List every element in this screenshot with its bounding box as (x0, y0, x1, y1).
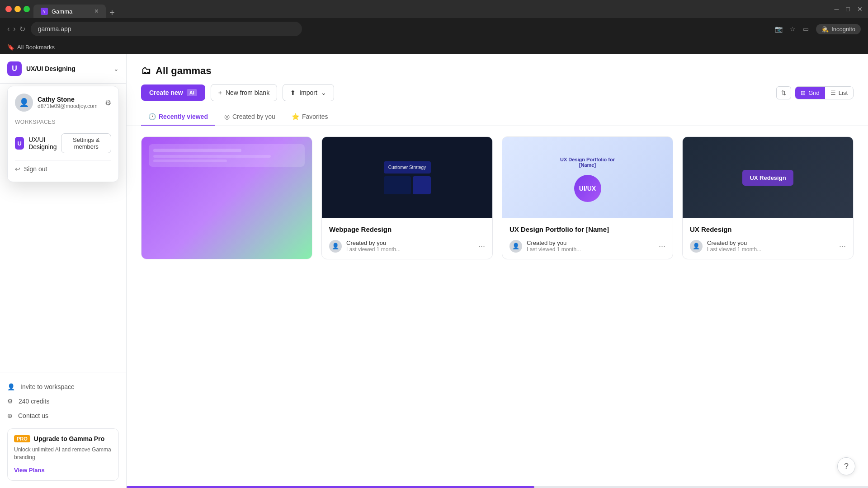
recently-viewed-icon: 🕐 (148, 113, 156, 120)
sort-button[interactable]: ⇅ (776, 86, 791, 99)
bookmarks-icon: 🔖 (7, 44, 14, 51)
card-3-title: UX Design Portfolio for [Name] (509, 225, 665, 234)
card-3-creator: Created by you (527, 239, 654, 246)
import-chevron-icon: ⌄ (321, 89, 326, 96)
card-ux-redesign-1[interactable]: UX Redesign 👤 Created by you Last viewed… (141, 136, 312, 259)
tab-favicon: γ (41, 8, 48, 15)
settings-icon[interactable]: ⚙ (105, 99, 111, 107)
help-button[interactable]: ? (837, 457, 855, 475)
pro-tag: PRO (14, 435, 30, 442)
list-icon: ☰ (830, 89, 836, 96)
workspace-header[interactable]: U UX/UI Designing ⌄ (0, 54, 126, 84)
browser-chrome: γ Gamma × + ─□✕ (0, 0, 868, 18)
card-3-menu-icon[interactable]: ··· (659, 241, 665, 251)
bookmarks-bar: 🔖 All Bookmarks (0, 40, 868, 54)
help-icon: ? (844, 462, 849, 471)
main-content: 🗂 All gammas Create new AI + New from bl… (127, 54, 868, 488)
forward-button[interactable]: › (13, 25, 15, 33)
create-new-button[interactable]: Create new AI (141, 84, 205, 101)
card-ux-portfolio[interactable]: UX Design Portfolio for[Name] UI/UX UX D… (502, 136, 673, 259)
new-from-blank-label: New from blank (226, 89, 269, 96)
new-tab-button[interactable]: + (109, 8, 115, 18)
bookmarks-label: All Bookmarks (17, 44, 55, 51)
cards-grid: UX Redesign 👤 Created by you Last viewed… (127, 136, 868, 274)
card-4-avatar: 👤 (690, 240, 703, 253)
card-2-menu-icon[interactable]: ··· (478, 241, 485, 251)
card-2-time: Last viewed 1 month... (346, 246, 474, 253)
star-icon[interactable]: ☆ (790, 25, 796, 33)
tablet-icon: ▭ (803, 25, 809, 33)
url-text: gamma.app (38, 25, 71, 33)
tab-favorites[interactable]: ⭐ Favorites (284, 108, 335, 126)
card-4-title: UX Redesign (690, 225, 846, 234)
card-2-title: Webpage Redesign (329, 225, 485, 234)
chevron-down-icon: ⌄ (113, 65, 119, 72)
created-by-you-label: Created by you (232, 113, 275, 120)
window-minimize-button[interactable] (14, 6, 21, 12)
grid-icon: ⊞ (801, 89, 806, 96)
window-close-button[interactable] (5, 6, 12, 12)
progress-bar-fill (127, 486, 534, 488)
contact-icon: ⊕ (7, 412, 13, 419)
sign-out-icon: ↩ (15, 165, 20, 173)
create-new-label: Create new (149, 89, 183, 96)
ai-badge: AI (187, 89, 197, 96)
card-webpage-redesign[interactable]: Customer Strategy Webpage Redesign 👤 (321, 136, 493, 259)
back-button[interactable]: ‹ (7, 25, 9, 33)
workspace-dropdown: 👤 Cathy Stone d871fe09@moodjoy.com ⚙ Wor… (7, 86, 119, 182)
grid-view-button[interactable]: ⊞ Grid (795, 87, 825, 99)
url-bar[interactable]: gamma.app (31, 22, 302, 36)
import-icon: ⬆ (290, 89, 296, 96)
sidebar: U UX/UI Designing ⌄ ⊞ Templates 💡 Inspir… (0, 54, 127, 488)
dropdown-workspace-avatar: U (15, 137, 24, 150)
reload-button[interactable]: ↻ (19, 25, 25, 33)
view-plans-button[interactable]: View Plans (14, 467, 45, 474)
settings-members-button[interactable]: Settings & members (61, 133, 111, 153)
tab-created-by-you[interactable]: ◎ Created by you (217, 108, 283, 126)
import-label: Import (299, 89, 317, 96)
window-maximize-button[interactable] (24, 6, 30, 12)
address-bar: ‹ › ↻ gamma.app 📷 ☆ ▭ 🕵 Incognito (0, 18, 868, 40)
workspace-avatar: U (7, 61, 22, 76)
card-ux-redesign-2[interactable]: UX Redesign UX Redesign 👤 Created by you… (682, 136, 854, 259)
sign-out-row[interactable]: ↩ Sign out (15, 160, 111, 174)
recently-viewed-label: Recently viewed (159, 113, 208, 120)
grid-label: Grid (808, 89, 820, 96)
workspaces-label: Workspaces (15, 119, 111, 125)
favorites-label: Favorites (302, 113, 328, 120)
browser-tab[interactable]: γ Gamma × (33, 5, 106, 18)
incognito-icon: 🕵 (821, 26, 829, 33)
plus-icon: + (218, 89, 222, 96)
tab-close-icon[interactable]: × (94, 7, 99, 15)
card-2-avatar: 👤 (329, 240, 342, 253)
tab-recently-viewed[interactable]: 🕐 Recently viewed (141, 108, 215, 126)
window-controls[interactable]: ─□✕ (835, 5, 863, 13)
contact-item[interactable]: ⊕ Contact us (7, 408, 119, 423)
workspace-name: UX/UI Designing (26, 65, 109, 72)
import-button[interactable]: ⬆ Import ⌄ (283, 84, 334, 101)
sign-out-label: Sign out (24, 165, 47, 173)
card-3-avatar: 👤 (509, 240, 522, 253)
incognito-button[interactable]: 🕵 Incognito (816, 24, 861, 34)
card-3-time: Last viewed 1 month... (527, 246, 654, 253)
invite-workspace-item[interactable]: 👤 Invite to workspace (7, 380, 119, 394)
favorites-icon: ⭐ (292, 113, 299, 120)
scroll-progress-bar (127, 486, 868, 488)
invite-label: Invite to workspace (20, 383, 75, 390)
tab-title: Gamma (52, 8, 72, 15)
pro-description: Unlock unlimited AI and remove Gamma bra… (14, 446, 112, 461)
credits-icon: ⚙ (7, 398, 13, 405)
card-4-creator: Created by you (707, 239, 835, 246)
camera-icon: 📷 (775, 25, 783, 33)
credits-item[interactable]: ⚙ 240 credits (7, 394, 119, 408)
new-from-blank-button[interactable]: + New from blank (211, 84, 277, 101)
card-4-time: Last viewed 1 month... (707, 246, 835, 253)
incognito-label: Incognito (831, 26, 855, 33)
created-by-you-icon: ◎ (224, 113, 230, 120)
sort-icon: ⇅ (781, 89, 786, 96)
user-name: Cathy Stone (38, 96, 100, 103)
list-view-button[interactable]: ☰ List (825, 87, 853, 99)
browser-window-controls[interactable] (5, 6, 30, 12)
card-4-menu-icon[interactable]: ··· (839, 241, 846, 251)
card-2-creator: Created by you (346, 239, 474, 246)
